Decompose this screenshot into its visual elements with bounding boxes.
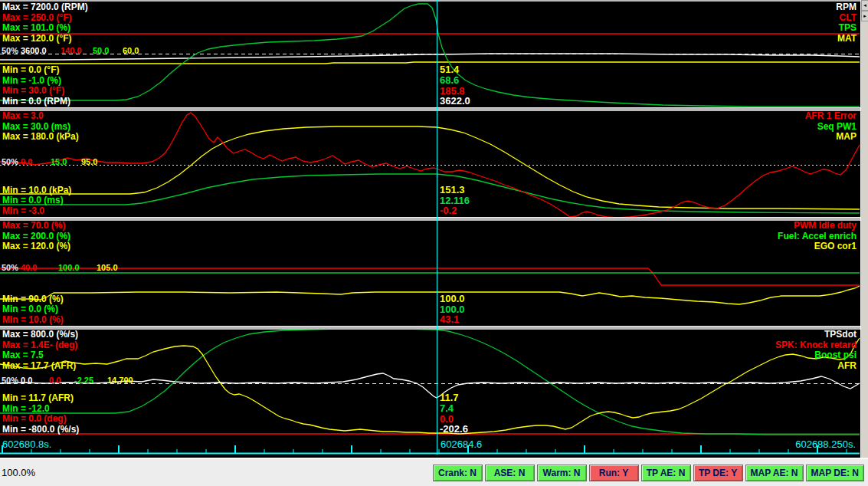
window-top-edge bbox=[0, 0, 868, 2]
channel-label-item: AFR bbox=[775, 361, 857, 372]
min-label-item: Min = 0.0 (%) bbox=[2, 304, 64, 315]
scroll-down-button[interactable]: ▸ bbox=[861, 11, 868, 21]
cursor-value-item: 68.6 bbox=[440, 75, 470, 86]
min-label-item: Min = 0.0 (°F) bbox=[2, 65, 70, 76]
channel-label-item: PWM Idle duty bbox=[778, 221, 857, 232]
max-label-item: Max = 7200.0 (RPM) bbox=[2, 2, 88, 13]
zoom-level-label: 100.0% bbox=[2, 467, 35, 478]
min-label-item: Min = 90.0 (%) bbox=[2, 294, 64, 305]
channel-label-item: MAT bbox=[836, 34, 857, 44]
channel-label-item: Fuel: Accel enrich bbox=[778, 232, 857, 242]
fifty-percent-label: 14,700 bbox=[107, 376, 133, 385]
time-end-label: 602688.250s. bbox=[795, 438, 856, 450]
trace-egocor1 bbox=[0, 286, 860, 304]
status-indicator-tp-de: TP DE: Y bbox=[693, 465, 743, 481]
max-label: Max = 3.0Max = 30.0 (ms)Max = 180.0 (kPa… bbox=[2, 111, 79, 143]
cursor-value-item: 0.0 bbox=[440, 414, 468, 425]
fifty-percent-label: 0.0 bbox=[21, 157, 32, 166]
engine-status-indicators: Crank: NASE: NWarm: NRun: YTP AE: NTP DE… bbox=[433, 465, 864, 481]
fifty-percent-label: 3600.0 bbox=[21, 46, 47, 55]
megalogviewer-window: Max = 7200.0 (RPM)Max = 250.0 (°F)Max = … bbox=[0, 0, 868, 486]
fifty-percent-label: 100.0 bbox=[58, 263, 80, 272]
fifty-percent-label: -2.25 bbox=[74, 376, 93, 385]
status-indicator-map-ae: MAP AE: N bbox=[745, 465, 804, 481]
channel-label-item: EGO cor1 bbox=[778, 241, 857, 252]
fifty-percent-label: 50% bbox=[2, 157, 18, 166]
fifty-percent-label: 0.0 bbox=[49, 376, 61, 385]
max-label-item: Max = 7.5 bbox=[2, 350, 78, 361]
channel-label-item: Seq PW1 bbox=[805, 122, 857, 133]
fifty-percent-label: 50% bbox=[2, 46, 18, 55]
cursor-value-item: 100.0 bbox=[440, 304, 465, 315]
trace-mat bbox=[0, 62, 860, 64]
min-label-item: Min = 0.0 (RPM) bbox=[2, 97, 70, 107]
fifty-percent-label: 60.0 bbox=[123, 46, 139, 55]
channel-label-item: AFR 1 Error bbox=[805, 111, 857, 122]
cursor-value: 11.77.40.0-202.6 bbox=[440, 392, 468, 435]
cursor-value-item: 185.8 bbox=[440, 86, 470, 97]
channel-label-item: SPK: Knock retard bbox=[775, 340, 857, 351]
time-cursor-label: 602684.6 bbox=[441, 438, 482, 450]
max-label-item: Max = 180.0 (kPa) bbox=[2, 132, 79, 143]
status-indicator-crank: Crank: N bbox=[433, 465, 483, 481]
cursor-value-item: 151.3 bbox=[440, 185, 470, 195]
channel-label: PWM Idle dutyFuel: Accel enrichEGO cor1 bbox=[778, 221, 857, 252]
status-indicator-tp-ae: TP AE: N bbox=[641, 465, 691, 481]
trace-pwmidle bbox=[0, 268, 860, 285]
trace-afr bbox=[0, 338, 860, 434]
max-label-item: Max = 200.0 (%) bbox=[2, 232, 70, 242]
min-label: Min = 11.7 (AFR)Min = -12.0Min = 0.0 (de… bbox=[2, 393, 79, 435]
fifty-percent-label: 50% bbox=[2, 263, 18, 272]
cursor-value: 151.312.116-0.2 bbox=[440, 185, 470, 216]
min-label-item: Min = 0.0 (deg) bbox=[2, 414, 79, 425]
status-indicator-run: Run: Y bbox=[589, 465, 639, 481]
vertical-scrollbar[interactable]: ◂ ▸ bbox=[860, 0, 868, 458]
max-label-item: Max = 17.7 (AFR) bbox=[2, 361, 78, 372]
min-label-item: Min = -1.0 (%) bbox=[2, 76, 70, 87]
cursor-value: 100.0100.043.1 bbox=[440, 294, 465, 325]
min-label-item: Min = 30.0 (°F) bbox=[2, 86, 70, 97]
channel-label: TPSdotSPK: Knock retardBoost psiAFR bbox=[775, 330, 857, 371]
min-label-item: Min = -12.0 bbox=[2, 404, 79, 415]
channel-label-item: Boost psi bbox=[775, 350, 857, 361]
min-label-item: Min = -800.0 (%/s) bbox=[2, 425, 79, 435]
panel-separator bbox=[0, 107, 860, 111]
min-label-item: Min = 10.0 (%) bbox=[2, 315, 64, 326]
max-label-item: Max = 120.0 (%) bbox=[2, 241, 70, 252]
max-label: Max = 7200.0 (RPM)Max = 250.0 (°F)Max = … bbox=[2, 2, 88, 44]
cursor-value-item: 100.0 bbox=[440, 294, 465, 304]
cursor-value-item: 12.116 bbox=[440, 195, 470, 206]
max-label: Max = 800.0 (%/s)Max = 1.4E- (deg)Max = … bbox=[2, 330, 78, 371]
max-label-item: Max = 3.0 bbox=[2, 111, 79, 122]
status-bar: 100.0% Crank: NASE: NWarm: NRun: YTP AE:… bbox=[0, 458, 868, 486]
max-label-item: Max = 30.0 (ms) bbox=[2, 122, 79, 133]
cursor-value-item: -202.6 bbox=[440, 424, 468, 435]
fifty-percent-label: 50.0 bbox=[93, 46, 109, 55]
max-label: Max = 70.0 (%)Max = 200.0 (%)Max = 120.0… bbox=[2, 221, 70, 252]
fifty-percent-label: 15.0 bbox=[51, 157, 67, 166]
time-cursor-line[interactable] bbox=[437, 0, 437, 455]
fifty-percent-label: 95.0 bbox=[81, 157, 97, 166]
cursor-value-item: -0.2 bbox=[440, 205, 470, 216]
channel-label-item: MAP bbox=[805, 132, 857, 143]
trace-plot bbox=[0, 0, 868, 458]
cursor-value: 51.468.6185.83622.0 bbox=[440, 64, 470, 107]
max-label-item: Max = 250.0 (°F) bbox=[2, 13, 88, 24]
channel-label-item: CLT bbox=[836, 13, 857, 24]
scroll-up-button[interactable]: ◂ bbox=[861, 0, 868, 11]
min-label-item: Min = 11.7 (AFR) bbox=[2, 393, 79, 404]
cursor-value-item: 7.4 bbox=[440, 403, 468, 414]
fifty-percent-label: 105.0 bbox=[97, 263, 118, 272]
channel-label: AFR 1 ErrorSeq PW1MAP bbox=[805, 111, 857, 143]
channel-label-item: RPM bbox=[836, 2, 857, 13]
cursor-value-item: 43.1 bbox=[440, 314, 465, 325]
fifty-percent-label: 40.0 bbox=[21, 263, 37, 272]
status-indicator-map-de: MAP DE: N bbox=[806, 465, 864, 481]
min-label-item: Min = 0.0 (ms) bbox=[2, 195, 71, 206]
panel-separator bbox=[0, 326, 860, 330]
panel-separator bbox=[0, 217, 860, 221]
log-graph-area[interactable]: Max = 7200.0 (RPM)Max = 250.0 (°F)Max = … bbox=[0, 0, 868, 458]
fifty-percent-label: 140.0 bbox=[61, 46, 82, 55]
time-axis: 602680.8s. 602684.6 602688.250s. bbox=[0, 438, 860, 452]
channel-label-item: TPSdot bbox=[775, 330, 857, 340]
